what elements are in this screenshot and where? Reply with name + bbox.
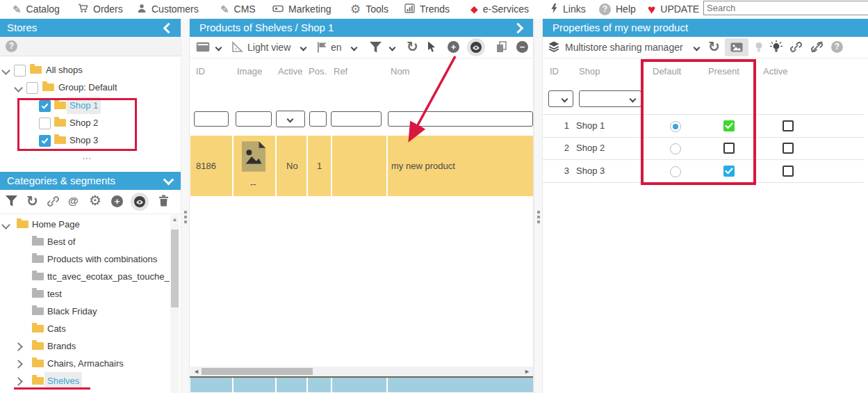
refresh-icon[interactable]: ↻ — [708, 40, 720, 54]
resize-handle[interactable]: ⋯ — [82, 152, 93, 163]
tree-label[interactable]: Shop 3 — [67, 131, 101, 149]
image-icon[interactable] — [730, 42, 743, 54]
tree-row-shelves[interactable]: Shelves — [0, 372, 181, 390]
checkbox-shop3-checked[interactable] — [39, 135, 51, 147]
layers-icon[interactable] — [548, 41, 560, 55]
tree-label[interactable]: All shops — [43, 61, 85, 79]
tree-row-brands[interactable]: Brands — [0, 337, 181, 355]
shop-row-1[interactable]: 1 Shop 1 — [543, 114, 864, 138]
present-checkbox-unchecked[interactable] — [723, 143, 735, 154]
scrollbar-thumb[interactable] — [202, 368, 313, 375]
product-row[interactable]: 8186 -- No 1 my new product — [190, 136, 533, 196]
products-hscrollbar[interactable]: ◄ ► — [190, 367, 533, 376]
tree-row-chairs-armachairs[interactable]: Chairs, Armachairs — [0, 355, 181, 372]
tree-label[interactable]: Chairs, Armachairs — [44, 355, 126, 372]
menu-item-eservices[interactable]: ◆ e-Services — [470, 2, 529, 16]
col-header-default[interactable]: Default — [653, 66, 681, 77]
language-label[interactable]: en — [331, 42, 342, 53]
help-icon[interactable]: ? — [6, 40, 17, 52]
menu-item-customers[interactable]: Customers — [137, 2, 199, 16]
filter-pos-input[interactable] — [309, 111, 327, 127]
caret-down-icon[interactable] — [351, 45, 358, 51]
trash-icon[interactable] — [158, 195, 169, 209]
col-header-active[interactable]: Active — [763, 66, 787, 77]
tree-label[interactable]: Home Page — [29, 216, 83, 233]
tree-row-shop1[interactable]: Shop 1 — [0, 97, 181, 114]
tree-label[interactable]: test — [44, 285, 65, 303]
unlink-icon[interactable] — [811, 41, 823, 55]
menu-item-marketing[interactable]: Marketing — [272, 2, 331, 16]
tree-row-ttc[interactable]: ttc_avec_ecotax_pas_touche_ — [0, 268, 181, 285]
scroll-left-icon[interactable]: ◄ — [193, 368, 199, 375]
tree-label[interactable]: ttc_avec_ecotax_pas_touche_ — [44, 268, 172, 285]
col-header-pos[interactable]: Pos. — [309, 66, 327, 77]
categories-scrollbar[interactable]: ▲ — [170, 215, 179, 393]
col-header-shop[interactable]: Shop — [579, 66, 600, 77]
filter-ref-input[interactable] — [331, 111, 382, 127]
shop-row-3[interactable]: 3 Shop 3 — [543, 160, 864, 183]
prestashop-icon[interactable] — [133, 195, 146, 210]
tree-label[interactable]: Black Friday — [44, 303, 100, 320]
lightbulb-bright-icon[interactable] — [769, 40, 783, 55]
tree-label[interactable]: Shop 2 — [67, 114, 101, 131]
checkbox-group-default[interactable] — [26, 82, 38, 94]
lightbulb-dim-icon[interactable] — [755, 42, 763, 55]
active-checkbox-unchecked[interactable] — [783, 143, 794, 154]
present-checkbox-checked-blue[interactable] — [723, 166, 735, 177]
default-radio-selected[interactable] — [670, 121, 681, 132]
col-header-id[interactable]: ID — [550, 66, 559, 77]
chevron-down-icon[interactable] — [1, 220, 10, 230]
tree-label[interactable]: Group: Default — [56, 79, 120, 96]
filter-id-select[interactable] — [548, 90, 573, 107]
filter-id-input[interactable] — [194, 111, 229, 127]
default-radio[interactable] — [670, 166, 681, 177]
scroll-right-icon[interactable]: ► — [524, 368, 530, 375]
tree-row-home-page[interactable]: Home Page — [0, 216, 181, 233]
gear-icon[interactable]: ⚙ — [89, 193, 101, 207]
active-checkbox-unchecked[interactable] — [783, 166, 794, 177]
col-header-present[interactable]: Present — [708, 66, 739, 77]
caret-down-icon[interactable] — [215, 45, 222, 51]
checkbox-all-shops[interactable] — [14, 65, 26, 77]
shop-row-2[interactable]: 2 Shop 2 — [543, 137, 864, 160]
menu-item-catalog[interactable]: ✎ Catalog — [13, 2, 60, 16]
chevron-right-icon[interactable] — [14, 360, 23, 369]
chevron-down-icon[interactable] — [1, 66, 10, 75]
tree-label-selected[interactable]: Shelves — [44, 372, 82, 390]
filter-icon[interactable] — [6, 195, 17, 209]
caret-down-icon[interactable] — [389, 45, 396, 51]
tree-label[interactable]: Products with combinations — [44, 250, 160, 268]
panel-view-icon[interactable] — [196, 42, 210, 54]
menu-item-trends[interactable]: Trends — [404, 2, 450, 16]
tree-row-all-shops[interactable]: All shops — [0, 61, 181, 79]
menu-item-tools[interactable]: ⚙ Tools — [350, 2, 388, 16]
caret-down-icon[interactable] — [694, 45, 701, 51]
tree-row-best-of[interactable]: Best of — [0, 233, 181, 250]
view-mode-label[interactable]: Light view — [247, 42, 290, 53]
filter-active-select[interactable] — [276, 111, 305, 127]
at-icon[interactable]: @ — [68, 195, 79, 206]
tree-row-cats[interactable]: Cats — [0, 320, 181, 337]
add-icon[interactable]: + — [111, 195, 123, 207]
expand-right-icon[interactable] — [513, 23, 524, 34]
link-icon[interactable] — [790, 41, 802, 55]
tree-row-test[interactable]: test — [0, 285, 181, 303]
caret-down-icon[interactable] — [300, 45, 307, 51]
present-checkbox-checked-green[interactable] — [723, 120, 735, 131]
add-icon[interactable]: + — [448, 41, 459, 53]
active-checkbox-unchecked[interactable] — [783, 120, 794, 131]
prestashop-icon[interactable] — [470, 41, 482, 56]
chevron-right-icon[interactable] — [14, 342, 23, 351]
remove-icon[interactable]: − — [516, 41, 528, 53]
filter-nom-input[interactable] — [388, 111, 533, 127]
col-header-nom[interactable]: Nom — [391, 66, 409, 77]
multistore-manager-label[interactable]: Multistore sharing manager — [565, 42, 683, 53]
tree-row-black-friday[interactable]: Black Friday — [0, 303, 181, 320]
tree-row-shop2[interactable]: Shop 2 — [0, 114, 181, 131]
tree-row-shop3[interactable]: Shop 3 — [0, 131, 181, 149]
chevron-right-icon[interactable] — [14, 377, 23, 386]
menu-item-cms[interactable]: ✎ CMS — [220, 2, 256, 16]
scroll-up-icon[interactable]: ▲ — [170, 216, 179, 223]
menu-item-links[interactable]: Links — [550, 2, 586, 16]
filter-shop-select[interactable] — [579, 90, 641, 107]
